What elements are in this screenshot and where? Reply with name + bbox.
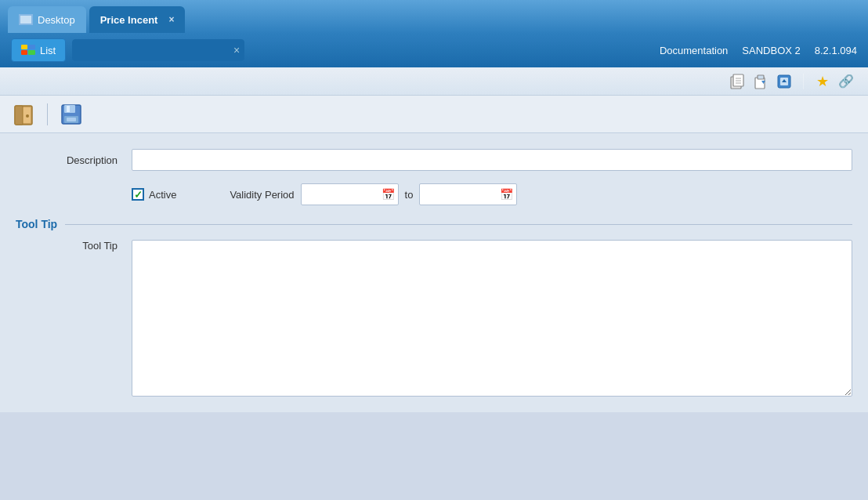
sandbox-label: SANDBOX 2	[742, 45, 800, 56]
list-button[interactable]: List	[11, 38, 66, 62]
toolbar-icon-group	[728, 72, 794, 91]
validity-from-wrap: 📅	[301, 183, 399, 205]
calendar-to-icon[interactable]: 📅	[500, 188, 513, 201]
tab-desktop[interactable]: Desktop	[8, 6, 86, 33]
svg-rect-1	[28, 45, 35, 49]
svg-rect-0	[21, 45, 27, 49]
description-label: Description	[16, 154, 125, 166]
copy-icon[interactable]	[728, 72, 747, 91]
svg-rect-2	[21, 50, 27, 55]
active-label: Active	[149, 189, 176, 201]
header-toolbar: List × Documentation SANDBOX 2 8.2.1.094	[0, 33, 868, 67]
action-divider	[47, 103, 48, 125]
search-clear-icon[interactable]: ×	[233, 44, 240, 56]
tooltip-section-title: Tool Tip	[16, 218, 57, 230]
description-row: Description	[16, 149, 852, 171]
desktop-icon	[19, 14, 33, 25]
svg-point-17	[26, 114, 29, 118]
svg-rect-23	[67, 118, 76, 121]
import-icon[interactable]	[775, 72, 794, 91]
description-input[interactable]	[132, 149, 852, 171]
list-icon	[21, 45, 35, 56]
tab-close-icon[interactable]: ×	[168, 14, 174, 25]
validity-to-wrap: 📅	[419, 183, 517, 205]
icon-toolbar: ★ 🔗	[0, 67, 868, 96]
active-checkbox-wrap: ✓ Active	[132, 188, 176, 201]
bookmark-icon-group: ★ 🔗	[813, 72, 855, 91]
action-toolbar	[0, 96, 868, 133]
tooltip-textarea[interactable]	[132, 240, 852, 397]
svg-rect-18	[15, 106, 23, 125]
save-icon[interactable]	[59, 102, 84, 127]
active-validity-row: ✓ Active Validity Period 📅 to 📅	[132, 183, 852, 205]
tooltip-row: Tool Tip	[16, 240, 852, 397]
validity-from-input[interactable]	[308, 189, 378, 201]
tab-price-incent[interactable]: Price Incent ×	[89, 6, 186, 33]
svg-rect-21	[67, 106, 70, 112]
tab-desktop-label: Desktop	[38, 14, 75, 26]
to-label: to	[405, 189, 414, 201]
version-label: 8.2.1.094	[815, 45, 857, 56]
tooltip-section-header: Tool Tip	[16, 218, 852, 230]
tab-price-incent-label: Price Incent	[100, 14, 158, 26]
section-divider-line	[65, 224, 852, 225]
documentation-link[interactable]: Documentation	[660, 45, 728, 56]
link-icon[interactable]: 🔗	[837, 72, 855, 91]
paste-icon[interactable]	[751, 72, 770, 91]
search-input[interactable]	[72, 39, 244, 61]
star-icon[interactable]: ★	[813, 72, 832, 91]
close-record-icon[interactable]	[11, 102, 36, 127]
validity-period-label: Validity Period	[230, 189, 294, 201]
header-links: Documentation SANDBOX 2 8.2.1.094	[660, 45, 857, 56]
search-wrap: ×	[72, 39, 244, 61]
validity-to-input[interactable]	[426, 189, 497, 201]
floppy-svg	[60, 103, 82, 125]
svg-rect-3	[28, 50, 35, 55]
tab-bar: Desktop Price Incent ×	[0, 0, 868, 33]
checkmark-icon: ✓	[134, 189, 143, 201]
toolbar-divider	[803, 74, 804, 89]
form-area: Description ✓ Active Validity Period 📅 t…	[0, 133, 868, 412]
list-button-label: List	[40, 45, 56, 56]
tooltip-label: Tool Tip	[16, 240, 125, 252]
svg-rect-10	[758, 75, 764, 79]
door-svg	[12, 103, 35, 126]
active-checkbox[interactable]: ✓	[132, 188, 144, 201]
calendar-from-icon[interactable]: 📅	[382, 188, 395, 201]
